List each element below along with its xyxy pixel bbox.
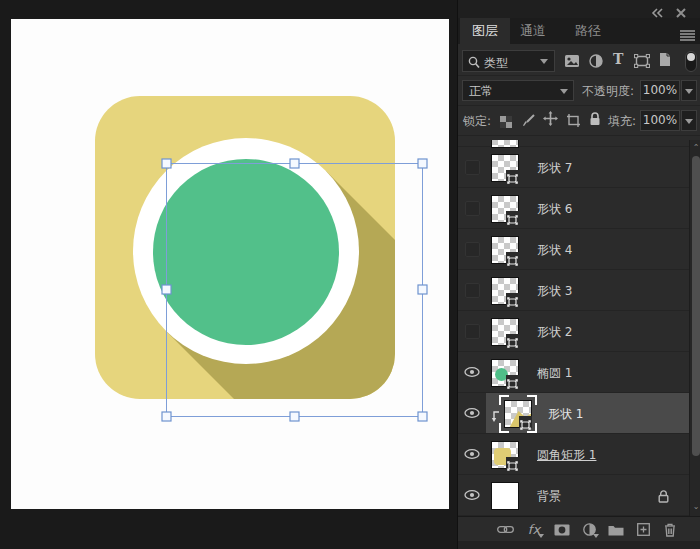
transform-handle-ne[interactable] (418, 159, 427, 168)
opacity-value-field[interactable]: 100% (640, 80, 680, 101)
thumb-bracket (499, 395, 509, 405)
visibility-off-box (465, 242, 480, 257)
layer-style-fx-icon[interactable]: fx (525, 521, 543, 538)
type-filter-icon[interactable]: T (613, 51, 623, 67)
visibility-toggle[interactable] (458, 270, 486, 310)
transform-handle-s[interactable] (290, 412, 299, 421)
transform-handle-w[interactable] (162, 285, 171, 294)
add-adjustment-layer-icon[interactable] (580, 521, 598, 538)
smart-object-filter-icon[interactable] (659, 52, 671, 71)
tab-paths[interactable]: 路径 (563, 18, 613, 44)
blend-mode-dropdown[interactable]: 正常 (462, 80, 574, 101)
lock-image-pixels-icon[interactable] (522, 112, 535, 131)
layers-panel: 图层 通道 路径 类型 T 正常 (457, 0, 700, 549)
layer-name[interactable]: 形状 4 (537, 242, 572, 259)
shape-layer-badge-icon (506, 170, 519, 182)
lock-transparent-pixels-icon[interactable] (500, 113, 512, 132)
layer-name[interactable]: 形状 7 (537, 160, 572, 177)
canvas-workspace (0, 0, 457, 549)
icon-artwork (11, 19, 449, 509)
layer-row[interactable]: 形状 2 (458, 311, 689, 352)
link-layers-icon[interactable] (496, 521, 514, 538)
eye-icon (464, 449, 480, 459)
thumb-bracket (527, 423, 537, 433)
scrollbar-thumb[interactable] (692, 156, 700, 456)
pixel-filter-icon[interactable] (564, 53, 580, 72)
chevron-down-icon (685, 119, 693, 124)
opacity-value: 100% (643, 83, 677, 97)
filter-kind-dropdown[interactable]: 类型 (462, 50, 555, 72)
layer-list-scrollbar[interactable]: ⌃ ⌄ (689, 140, 700, 516)
scroll-up-icon[interactable]: ⌃ (692, 144, 700, 152)
layer-row-selected[interactable]: 形状 1 (458, 393, 689, 434)
visibility-off-box (465, 160, 480, 175)
add-layer-mask-icon[interactable] (553, 521, 571, 538)
visibility-toggle[interactable] (458, 393, 486, 433)
layer-name[interactable]: 形状 3 (537, 283, 572, 300)
visibility-toggle[interactable] (458, 147, 486, 187)
layer-name[interactable]: 形状 6 (537, 201, 572, 218)
visibility-off-box (465, 324, 480, 339)
layer-thumbnail[interactable] (491, 154, 519, 182)
new-layer-icon[interactable] (634, 521, 652, 538)
layer-name[interactable]: 背景 (537, 488, 561, 505)
visibility-off-box (465, 201, 480, 216)
shape-filter-icon[interactable] (634, 53, 650, 72)
tab-channels[interactable]: 通道 (508, 18, 558, 44)
layer-row[interactable]: 形状 4 (458, 229, 689, 270)
lock-all-icon[interactable] (589, 111, 601, 130)
adjustment-filter-icon[interactable] (589, 53, 603, 72)
opacity-dropdown-button[interactable] (681, 80, 697, 101)
layer-thumbnail[interactable] (491, 236, 519, 264)
visibility-toggle[interactable] (458, 475, 486, 515)
shape-layer-badge-icon (506, 375, 519, 387)
transform-handle-se[interactable] (418, 412, 427, 421)
layer-name[interactable]: 形状 2 (537, 324, 572, 341)
layer-row[interactable]: 椭圆 1 (458, 352, 689, 393)
lock-position-icon[interactable] (543, 111, 558, 130)
panel-menu-icon[interactable] (680, 26, 695, 45)
layer-name[interactable]: 椭圆 1 (537, 365, 572, 382)
visibility-toggle[interactable] (458, 188, 486, 228)
layer-filter-row: 类型 T (458, 44, 700, 76)
layer-name[interactable]: 圆角矩形 1 (537, 447, 596, 464)
layer-thumbnail[interactable] (491, 441, 519, 469)
layer-row-partial[interactable] (458, 140, 689, 147)
lock-artboard-icon[interactable] (566, 112, 581, 131)
layer-row[interactable]: 形状 6 (458, 188, 689, 229)
layer-thumbnail[interactable] (491, 195, 519, 223)
layer-thumbnail[interactable] (491, 277, 519, 305)
visibility-toggle[interactable] (458, 434, 486, 474)
layer-name[interactable]: 形状 1 (548, 406, 583, 423)
visibility-toggle[interactable] (458, 352, 486, 392)
fill-dropdown-button[interactable] (681, 110, 697, 131)
chevron-down-icon (560, 89, 568, 94)
transform-handle-sw[interactable] (162, 412, 171, 421)
tab-layers[interactable]: 图层 (460, 18, 510, 44)
scroll-down-icon[interactable]: ⌄ (692, 503, 700, 511)
visibility-toggle[interactable] (458, 229, 486, 269)
layer-thumbnail[interactable] (491, 359, 519, 387)
panel-tab-bar: 图层 通道 路径 (458, 18, 700, 44)
chevron-down-icon (540, 59, 548, 64)
lock-row: 锁定: 填充: 100% (458, 106, 700, 136)
delete-layer-trash-icon[interactable] (661, 521, 679, 538)
search-icon (468, 55, 480, 75)
transform-handle-e[interactable] (418, 285, 427, 294)
layer-row[interactable]: 形状 7 (458, 147, 689, 188)
filtering-toggle-switch[interactable] (685, 51, 697, 72)
fill-value-field[interactable]: 100% (640, 110, 680, 131)
chevron-down-icon (685, 89, 693, 94)
visibility-toggle[interactable] (458, 311, 486, 351)
document-canvas[interactable] (11, 19, 449, 509)
new-group-folder-icon[interactable] (607, 521, 625, 538)
opacity-label: 不透明度: (582, 83, 634, 100)
layer-thumbnail[interactable] (491, 482, 519, 510)
layer-row[interactable]: 形状 3 (458, 270, 689, 311)
lock-label: 锁定: (463, 113, 491, 130)
layer-row[interactable]: 圆角矩形 1 (458, 434, 689, 475)
transform-handle-n[interactable] (290, 159, 299, 168)
transform-handle-nw[interactable] (162, 159, 171, 168)
layer-thumbnail[interactable] (491, 318, 519, 346)
layer-row[interactable]: 背景 (458, 475, 689, 516)
